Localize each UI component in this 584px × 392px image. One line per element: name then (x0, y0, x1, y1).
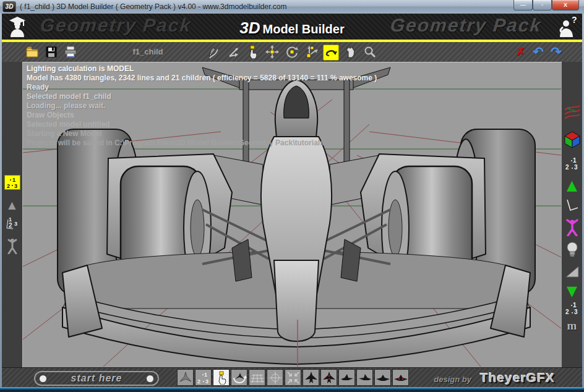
outline-number-3: 3 (14, 221, 17, 227)
numbered-points-top-tool[interactable]: 123 (564, 156, 580, 174)
maximize-button[interactable]: ▫ (533, 0, 552, 11)
person-icon (6, 238, 19, 254)
close-icon: X (564, 2, 567, 8)
right-tool-rail: 123 ▲ ▼ 123 m (562, 62, 582, 367)
status-line: Model has 4380 triangles, 2342 lines and… (27, 74, 377, 83)
triangle-up-green-tool[interactable]: ▲ (567, 178, 577, 193)
jet-top-icon (304, 370, 319, 385)
status-line: Selected model untitled (27, 120, 377, 129)
person-magenta-icon (565, 219, 580, 236)
pan-hand-button[interactable] (343, 45, 358, 59)
close-button[interactable]: X (552, 0, 579, 11)
axes-button[interactable] (226, 45, 241, 59)
redo-button[interactable]: ↷ (549, 45, 564, 59)
jet-side-right-button[interactable] (356, 369, 373, 386)
app-title: 3DModel Builder (2, 19, 582, 38)
jet-front-marked-icon (393, 370, 408, 385)
pan-hand-icon (344, 45, 358, 59)
crosshair-target-button[interactable] (267, 369, 283, 386)
numbered-points-bottom-tool[interactable]: 123 (564, 300, 580, 319)
jet-top-marked-icon (322, 370, 337, 385)
select-hand-button[interactable] (245, 45, 260, 59)
numbered-points-button[interactable]: 123 (195, 369, 212, 386)
rnum-b3: 3 (574, 309, 578, 315)
oval-dot-left (40, 375, 46, 382)
arrows-center-button[interactable] (285, 369, 301, 386)
triangle-down-green-tool[interactable]: ▼ (567, 284, 577, 298)
open-folder-button[interactable] (25, 45, 40, 59)
angle-line-tool[interactable] (565, 198, 580, 216)
start-here-button[interactable]: start here (34, 371, 159, 386)
right-triangle-icon (565, 265, 580, 278)
letter-m-tool[interactable]: m (567, 320, 577, 331)
rnum-b1: 1 (573, 302, 577, 309)
person-model-tool[interactable] (6, 238, 19, 257)
sketch-lines-icon (564, 104, 581, 122)
jet-model-button[interactable] (177, 369, 194, 386)
save-button[interactable] (44, 45, 59, 59)
move-button[interactable] (265, 45, 280, 59)
rotate-view-button[interactable] (323, 45, 339, 61)
outline-number-2: 2 (9, 222, 12, 229)
window-controls: — ▫ X (513, 0, 579, 11)
magnifier-icon (363, 45, 377, 59)
title-bar[interactable]: 3D ( f1_child ) 3D Model Builder ( Geome… (0, 0, 584, 14)
numbered-points-top-icon: 123 (564, 156, 580, 172)
status-line: Projects will be saved in C:\Program Fil… (27, 138, 377, 148)
ground-grid-icon (250, 370, 265, 385)
numbered-points-small-icon: 123 (196, 370, 211, 385)
ground-grid-button[interactable] (249, 369, 265, 386)
select-hand-icon (246, 45, 259, 59)
bnum-2: 2 (197, 378, 200, 385)
app-icon: 3D (2, 1, 16, 12)
viewport-3d[interactable]: Lighting calculation is MODEL Model has … (22, 62, 562, 367)
jet-top-marked-button[interactable] (320, 369, 337, 386)
zoom-button[interactable] (363, 45, 377, 59)
redo-icon: ↷ (551, 46, 562, 58)
select-hand-bottom-button[interactable] (213, 369, 230, 386)
minimize-button[interactable]: — (513, 0, 533, 11)
print-button[interactable] (63, 45, 78, 59)
move-icon (265, 45, 279, 59)
folder-icon (25, 45, 39, 59)
scale-icon (305, 45, 319, 59)
app-icon-label: 3D (6, 3, 14, 10)
triangle-up-tool[interactable]: ▲ (8, 200, 15, 211)
jet-front-view-button[interactable] (374, 369, 391, 386)
rnum-2: 2 (565, 164, 569, 171)
right-triangle-tool[interactable] (565, 265, 580, 281)
help-question-glyph: ? (572, 16, 577, 25)
minimize-icon: — (520, 2, 526, 8)
sketch-lines-tool[interactable] (564, 104, 581, 125)
light-bulb-tool[interactable] (565, 241, 580, 261)
rgb-cube-icon (564, 131, 580, 148)
jet-side-left-button[interactable] (338, 369, 355, 386)
numbered-points-bottom-icon: 123 (564, 300, 580, 317)
graduate-icon (8, 16, 27, 40)
jet-front-marked-button[interactable] (392, 369, 409, 386)
start-here-label: start here (71, 373, 122, 384)
delete-button[interactable]: ✗ (513, 45, 528, 59)
jet-rotate-button[interactable] (231, 369, 247, 386)
brand-logo[interactable]: TheyerGFX (480, 370, 555, 385)
scale-button[interactable] (304, 45, 319, 59)
rgb-cube-tool[interactable] (564, 131, 580, 151)
help-icon[interactable]: ? (557, 16, 577, 40)
delete-x-icon: ✗ (516, 46, 525, 58)
status-line: Lighting calculation is MODEL (27, 64, 377, 74)
bnum-1: 1 (204, 372, 207, 378)
numbered-points-tool[interactable]: 123 (5, 216, 20, 233)
jet-top-view-button[interactable] (303, 369, 319, 386)
numbered-points-badge[interactable]: 123 (4, 175, 20, 190)
status-line: Ready (27, 83, 377, 92)
undo-button[interactable]: ↶ (531, 45, 546, 59)
printer-icon (64, 45, 77, 59)
rotate-button[interactable] (285, 45, 299, 59)
triangle-up-green-icon: ▲ (567, 177, 577, 193)
status-message-log: Lighting calculation is MODEL Model has … (27, 64, 377, 148)
jet-front-icon (376, 370, 390, 385)
undo-icon: ↶ (533, 46, 544, 58)
draw-pen-button[interactable] (206, 45, 221, 59)
person-magenta-tool[interactable] (565, 219, 580, 239)
rotate-icon (285, 45, 299, 59)
